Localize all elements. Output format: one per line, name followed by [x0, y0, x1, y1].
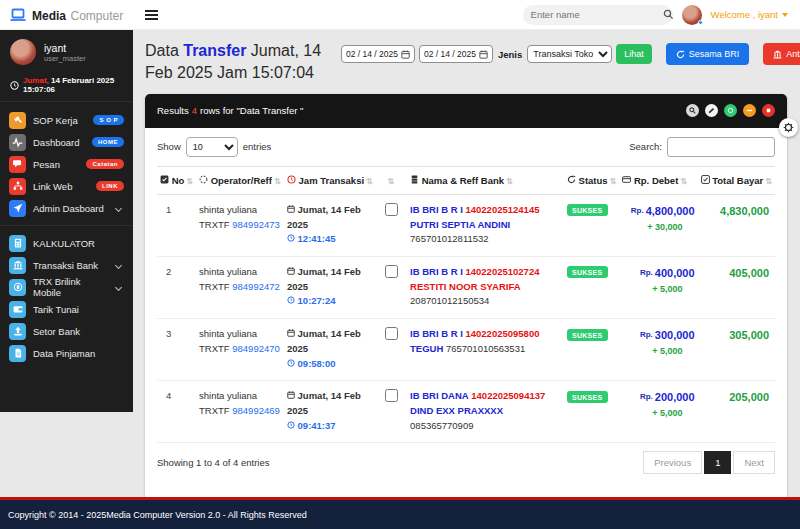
sop-badge: S O P	[93, 115, 124, 125]
sidebar-item-label: Dashboard	[33, 137, 79, 148]
cell-jam: Jumat, 14 Feb 2025 09:41:37	[284, 381, 382, 443]
date-to-input[interactable]	[424, 49, 476, 59]
bank-icon	[773, 50, 782, 59]
whatsapp-circle-icon[interactable]	[724, 104, 737, 117]
th-nama-reff-bank[interactable]: Nama & Reff Bank⇅	[407, 166, 564, 194]
row-checkbox[interactable]	[385, 389, 398, 402]
jenis-select[interactable]: Transaksi Toko	[527, 45, 612, 63]
cell-select	[382, 319, 407, 381]
date-from-input[interactable]	[346, 49, 398, 59]
calendar-icon	[287, 391, 295, 399]
cell-debet: Rp.300,000+ 5,000	[619, 319, 697, 381]
refresh-icon	[567, 175, 576, 184]
sidebar-item-transaksi-bank[interactable]: Transaksi Bank	[0, 254, 133, 276]
next-page-button[interactable]: Next	[733, 451, 775, 474]
th-operator[interactable]: Operator/Reff⇅	[196, 166, 284, 194]
sidebar-user[interactable]: iyant user_master	[0, 30, 133, 71]
results-count: 4	[192, 105, 197, 116]
previous-page-button[interactable]: Previous	[643, 451, 702, 474]
calendar-icon	[479, 50, 488, 59]
credit-card-icon	[622, 175, 631, 184]
card-header: Results 4 rows for "Data Transfer "	[145, 94, 787, 128]
settings-float-button[interactable]	[779, 118, 798, 137]
sidebar-item-label: Link Web	[33, 181, 72, 192]
status-badge: SUKSES	[567, 204, 608, 216]
dashed-circle-icon	[199, 175, 208, 184]
date-to-field[interactable]	[419, 45, 493, 63]
sidebar-item-data-pinjaman[interactable]: Data Pinjaman	[0, 342, 133, 364]
sidebar-item-pesan[interactable]: Pesan Catatan	[0, 153, 133, 175]
table-search-label: Search:	[629, 141, 662, 152]
calculator-icon	[9, 235, 26, 252]
entries-label: entries	[243, 141, 272, 152]
cell-select	[382, 381, 407, 443]
th-select[interactable]: ⇅	[382, 166, 407, 194]
clock-day: Jumat,	[23, 76, 49, 85]
sidebar-item-trx-brilink-mobile[interactable]: TRX Brilink Mobile	[0, 276, 133, 298]
sidebar-clock: Jumat, 14 Februari 2025 15:07:06	[0, 71, 133, 102]
main-content: Data Transfer Jumat, 14 Feb 2025 Jam 15:…	[133, 30, 800, 497]
sidebar-item-sop-kerja[interactable]: SOP Kerja S O P	[0, 109, 133, 131]
sidebar-item-setor-bank[interactable]: Setor Bank	[0, 320, 133, 342]
search-icon[interactable]	[663, 9, 674, 20]
cell-operator: shinta yulianaTRXTF 984992469	[196, 381, 284, 443]
cell-operator: shinta yulianaTRXTF 984992470	[196, 319, 284, 381]
search-circle-icon[interactable]	[686, 104, 699, 117]
chevron-down-icon	[115, 261, 122, 268]
welcome-text: Welcome , iyant	[711, 9, 778, 20]
status-badge: SUKSES	[567, 329, 608, 341]
th-total-bayar[interactable]: Total Bayar⇅	[698, 166, 775, 194]
row-checkbox[interactable]	[385, 327, 398, 340]
link-badge: LINK	[96, 181, 124, 191]
lihat-button[interactable]: Lihat	[616, 44, 652, 64]
chevron-down-icon	[115, 284, 122, 291]
sidebar-item-label: Data Pinjaman	[33, 348, 95, 359]
wallet-icon	[9, 301, 26, 318]
user-menu[interactable]: Welcome , iyant	[711, 9, 788, 20]
status-badge: SUKSES	[567, 391, 608, 403]
menu-toggle-icon[interactable]	[145, 10, 158, 20]
close-circle-icon[interactable]	[762, 104, 775, 117]
page-1-button[interactable]: 1	[704, 451, 731, 474]
cell-nama: IB BRI B R I 14022025095800TEGUH 7657010…	[407, 319, 564, 381]
edit-circle-icon[interactable]	[705, 104, 718, 117]
th-no[interactable]: No⇅	[157, 166, 196, 194]
sidebar-item-kalkulator[interactable]: KALKULATOR	[0, 232, 133, 254]
online-status-dot	[698, 20, 703, 25]
navbar-search-input[interactable]	[531, 9, 663, 20]
clock-icon	[287, 421, 295, 429]
cell-debet: Rp.4,800,000+ 30,000	[619, 194, 697, 256]
cell-status: SUKSES	[564, 381, 619, 443]
sidebar-item-dashboard[interactable]: Dashboard HOME	[0, 131, 133, 153]
cell-status: SUKSES	[564, 256, 619, 318]
check-square-icon	[160, 175, 169, 184]
sitemap-icon	[9, 178, 26, 195]
navbar-search[interactable]	[523, 5, 673, 25]
cell-no: 4	[157, 381, 196, 443]
row-checkbox[interactable]	[385, 265, 398, 278]
mobile-icon	[9, 279, 26, 296]
cell-operator: shinta yulianaTRXTF 984992473	[196, 194, 284, 256]
date-from-field[interactable]	[341, 45, 415, 63]
user-avatar[interactable]	[682, 5, 702, 25]
page-length-select[interactable]: 10	[186, 137, 238, 157]
table-search-input[interactable]	[667, 137, 775, 157]
sesama-bri-button[interactable]: Sesama BRI	[666, 43, 750, 65]
sidebar-item-admin-dasboard[interactable]: Admin Dasboard	[0, 197, 133, 219]
calendar-icon	[287, 205, 295, 213]
sidebar-item-tarik-tunai[interactable]: Tarik Tunai	[0, 298, 133, 320]
caret-down-icon	[782, 13, 788, 17]
cell-nama: IB BRI DANA 14022025094137DIND EXX PRAXX…	[407, 381, 564, 443]
sidebar-item-label: Pesan	[33, 159, 60, 170]
minimize-circle-icon[interactable]	[743, 104, 756, 117]
sidebar-item-label: Setor Bank	[33, 326, 80, 337]
cell-no: 3	[157, 319, 196, 381]
check-square-icon	[701, 175, 710, 184]
th-rp-debet[interactable]: Rp. Debet⇅	[619, 166, 697, 194]
th-status[interactable]: Status⇅	[564, 166, 619, 194]
sidebar-avatar	[10, 39, 36, 65]
row-checkbox[interactable]	[385, 203, 398, 216]
antar-bank-button[interactable]: Antar Bank	[763, 43, 800, 65]
sidebar-item-link-web[interactable]: Link Web LINK	[0, 175, 133, 197]
th-jam-transaksi[interactable]: Jam Transaksi⇅	[284, 166, 382, 194]
